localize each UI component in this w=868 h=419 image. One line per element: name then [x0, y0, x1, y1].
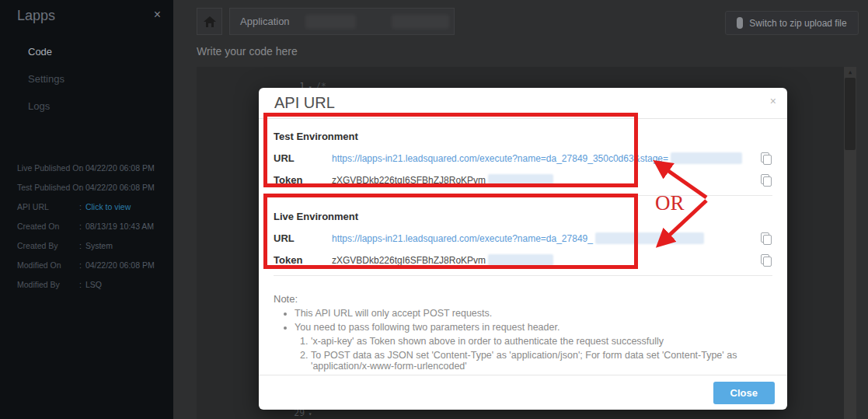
note-numbered-item: 'x-api-key' as Token shown above in orde…: [311, 336, 762, 347]
section-divider: [274, 275, 772, 276]
meta-colon: :: [79, 280, 82, 289]
switch-to-zip-upload-label: Switch to zip upload file: [749, 18, 846, 29]
meta-label: Created On: [17, 217, 79, 236]
meta-colon: :: [79, 222, 82, 231]
redacted-text: [392, 15, 449, 29]
meta-colon: :: [79, 260, 82, 270]
sidebar-header: Lapps ×: [0, 0, 173, 24]
breadcrumb[interactable]: Application: [229, 8, 455, 35]
redacted-text: [595, 232, 704, 244]
note-bullet: This API URL will only accept POST reque…: [295, 308, 772, 319]
section-divider: [274, 195, 772, 196]
app-window: Lapps × Code Settings Logs Live: [0, 0, 868, 419]
token-row: TokenzXGVBDkb226tgI6SFBhZJ8RoKPvm: [274, 253, 772, 266]
meta-colon: :: [79, 241, 82, 250]
redacted-text: [488, 254, 553, 266]
note-numbered-item: To POST data as JSON set 'Content-Type' …: [311, 350, 762, 372]
copy-icon[interactable]: [761, 174, 771, 186]
meta-colon: :: [79, 202, 82, 211]
meta-value: LSQ: [85, 280, 102, 289]
sidebar-menu-item[interactable]: Code: [0, 38, 173, 65]
topbar: Application Switch to zip upload file: [173, 0, 868, 43]
meta-label: Created By: [17, 236, 79, 256]
editor-scrollbar[interactable]: ▲: [844, 67, 856, 419]
home-icon: [204, 16, 216, 27]
meta-value: 04/22/20 06:08 PM: [85, 183, 155, 192]
meta-label: API URL: [17, 197, 79, 217]
test-token-value: zXGVBDkb226tgI6SFBhZJ8RoKPvm: [332, 175, 486, 186]
note-numbered-list: 'x-api-key' as Token shown above in orde…: [274, 336, 772, 372]
breadcrumb-label: Application: [240, 16, 290, 27]
editor-label: Write your code here: [197, 45, 298, 58]
url-row: URLhttps://lapps-in21.leadsquared.com/ex…: [274, 152, 772, 164]
url-label: URL: [274, 152, 332, 165]
scroll-up-icon[interactable]: ▲: [844, 67, 856, 78]
sidebar: Lapps × Code Settings Logs Live: [0, 0, 173, 419]
zip-file-icon: [737, 17, 743, 29]
sidebar-menu-item[interactable]: Settings: [0, 65, 173, 93]
meta-colon: :: [79, 163, 82, 173]
sidebar-metadata: Live Published On:04/22/20 06:08 PM Test…: [0, 159, 173, 295]
meta-value: Click to view: [85, 202, 131, 211]
meta-label: Test Published On: [17, 178, 79, 197]
close-icon[interactable]: ×: [154, 8, 161, 22]
url-label: URL: [274, 232, 332, 245]
modal-title: API URL: [274, 94, 335, 111]
copy-icon[interactable]: [761, 254, 771, 266]
meta-value: 08/13/19 10:43 AM: [85, 222, 154, 231]
close-button[interactable]: Close: [713, 382, 775, 404]
meta-colon: :: [79, 183, 82, 192]
token-label: Token: [274, 254, 332, 267]
sidebar-meta-row: Modified On:04/22/20 06:08 PM: [0, 256, 173, 275]
live-token-value: zXGVBDkb226tgI6SFBhZJ8RoKPvm: [332, 255, 486, 266]
sidebar-menu-item[interactable]: Logs: [0, 93, 173, 120]
note-title: Note:: [274, 293, 772, 305]
modal-body: Test Environment URLhttps://lapps-in21.l…: [259, 119, 787, 375]
sidebar-meta-row: Modified By:LSQ: [0, 275, 173, 295]
test-url-link[interactable]: https://lapps-in21.leadsquared.com/execu…: [332, 153, 668, 164]
home-button[interactable]: [197, 8, 222, 35]
meta-value: System: [85, 241, 113, 250]
sidebar-meta-row: Live Published On:04/22/20 06:08 PM: [0, 159, 173, 178]
meta-label: Live Published On: [17, 159, 79, 178]
note-section: Note: This API URL will only accept POST…: [274, 293, 772, 372]
app-title: Lapps: [17, 8, 55, 23]
scrollbar-thumb[interactable]: [845, 78, 856, 150]
meta-label: Modified By: [17, 275, 79, 295]
sidebar-menu-item-label: Logs: [28, 100, 50, 112]
meta-value: 04/22/20 06:08 PM: [85, 260, 155, 270]
meta-label: Modified On: [17, 256, 79, 275]
token-row: TokenzXGVBDkb226tgI6SFBhZJ8RoKPvm: [274, 173, 772, 186]
copy-icon[interactable]: [761, 152, 771, 164]
sidebar-meta-row: Test Published On:04/22/20 06:08 PM: [0, 178, 173, 197]
section-title: Test Environment: [274, 131, 772, 142]
note-bullet-list: This API URL will only accept POST reque…: [274, 308, 772, 333]
redacted-text: [671, 152, 742, 164]
switch-to-zip-upload-button[interactable]: Switch to zip upload file: [725, 11, 859, 35]
live-environment-section: Live Environment URLhttps://lapps-in21.l…: [274, 201, 772, 266]
sidebar-menu: Code Settings Logs: [0, 38, 173, 120]
token-label: Token: [274, 174, 332, 187]
section-title: Live Environment: [274, 211, 772, 222]
test-environment-section: Test Environment URLhttps://lapps-in21.l…: [274, 120, 772, 186]
url-row: URLhttps://lapps-in21.leadsquared.com/ex…: [274, 232, 772, 244]
note-bullet: You need to pass following two parameter…: [295, 322, 772, 333]
modal-footer: Close: [259, 375, 787, 410]
sidebar-menu-item-label: Code: [28, 46, 52, 58]
sidebar-meta-row: Created On:08/13/19 10:43 AM: [0, 217, 173, 236]
live-url-link[interactable]: https://lapps-in21.leadsquared.com/execu…: [332, 233, 593, 244]
api-url-modal: API URL × Test Environment URLhttps://la…: [259, 88, 787, 410]
sidebar-meta-row: API URL:Click to view: [0, 197, 173, 217]
modal-header: API URL ×: [259, 88, 787, 119]
sidebar-meta-row: Created By:System: [0, 236, 173, 256]
code-line: ⚠1▾/*: [197, 69, 856, 81]
meta-value: 04/22/20 06:08 PM: [85, 163, 155, 173]
redacted-text: [305, 15, 356, 29]
redacted-text: [488, 174, 553, 186]
copy-icon[interactable]: [761, 232, 771, 244]
modal-close-icon[interactable]: ×: [770, 95, 776, 107]
sidebar-menu-item-label: Settings: [28, 73, 64, 85]
